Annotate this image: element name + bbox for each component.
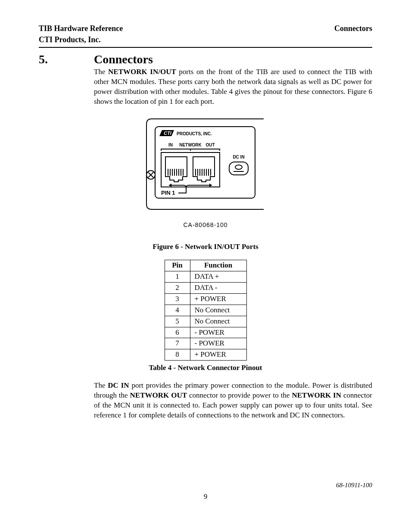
diagram-reference-number: CA-80068-100 — [39, 221, 372, 229]
rj-port-out-icon — [193, 157, 215, 182]
connector-diagram-icon: CTI PRODUCTS, INC. IN NETWORK OUT — [143, 115, 268, 214]
table-header-function: Function — [190, 260, 246, 271]
figure-caption: Figure 6 - Network IN/OUT Ports — [39, 242, 372, 252]
pinout-table: Pin Function 1DATA + 2DATA - 3+ POWER 4N… — [165, 260, 247, 361]
table-row: 8+ POWER — [165, 349, 246, 361]
header-rule — [39, 47, 372, 48]
figure-6: CTI PRODUCTS, INC. IN NETWORK OUT — [39, 115, 372, 229]
table-row: 7- POWER — [165, 338, 246, 349]
table-row: 6- POWER — [165, 327, 246, 338]
table-row: 5No Connect — [165, 316, 246, 327]
section-title: Connectors — [94, 51, 153, 68]
table-caption: Table 4 - Network Connector Pinout — [39, 363, 372, 373]
diagram-out-label: OUT — [206, 143, 215, 147]
page-header: TIB Hardware Reference Connectors — [39, 23, 372, 34]
paragraph-1: The NETWORK IN/OUT ports on the front of… — [94, 67, 372, 107]
dc-in-jack-icon — [229, 162, 248, 175]
header-right: Connectors — [334, 23, 372, 34]
diagram-pin1-label: PIN 1 — [161, 190, 175, 196]
table-row: 1DATA + — [165, 271, 246, 282]
table-header-pin: Pin — [165, 260, 190, 271]
rj-port-in-icon — [165, 157, 187, 182]
table-header-row: Pin Function — [165, 260, 246, 271]
diagram-in-label: IN — [168, 143, 173, 147]
page-number: 9 — [39, 492, 372, 502]
page-footer: 68-10911-100 9 — [39, 481, 372, 502]
svg-point-20 — [235, 165, 242, 169]
diagram-dcin-label: DC IN — [233, 155, 244, 159]
svg-text:CTI: CTI — [164, 131, 172, 136]
svg-rect-19 — [229, 162, 248, 175]
diagram-network-label: NETWORK — [179, 143, 202, 147]
header-left-2: CTI Products, Inc. — [39, 34, 101, 45]
page-header-row2: CTI Products, Inc. — [39, 34, 372, 45]
table-row: 4No Connect — [165, 305, 246, 316]
document-id: 68-10911-100 — [39, 481, 372, 489]
diagram-products-label: PRODUCTS, INC. — [177, 131, 212, 136]
screw-head-icon — [146, 171, 155, 179]
section-heading: 5. Connectors — [39, 51, 372, 68]
table-row: 3+ POWER — [165, 293, 246, 305]
paragraph-2: The DC IN port provides the primary powe… — [94, 381, 372, 420]
header-left-1: TIB Hardware Reference — [39, 23, 123, 34]
table-row: 2DATA - — [165, 282, 246, 293]
section-number: 5. — [39, 51, 94, 68]
